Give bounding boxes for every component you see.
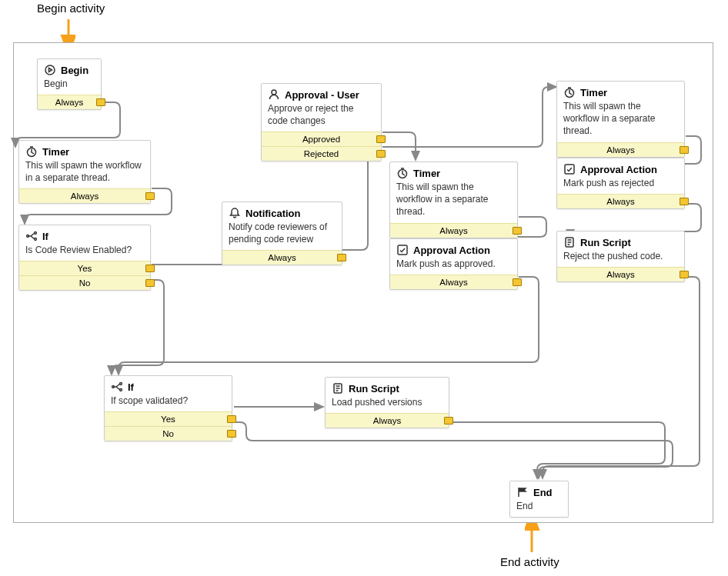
port-icon (145, 279, 155, 287)
node-begin[interactable]: Begin Begin Always (37, 58, 102, 110)
node-title: Approval Action (413, 245, 490, 256)
node-desc: This will spawn the workflow in a separa… (390, 179, 517, 223)
port-icon (680, 146, 689, 154)
node-approval-user[interactable]: Approval - User Approve or reject the co… (261, 83, 382, 161)
node-desc: Load pushed versions (326, 395, 449, 413)
port-icon (337, 254, 346, 261)
node-if-1[interactable]: If Is Code Review Enabled? Yes No (18, 225, 151, 291)
svg-point-20 (120, 383, 122, 385)
check-icon (563, 163, 576, 175)
node-title: Notification (245, 208, 301, 219)
svg-point-21 (120, 389, 122, 391)
node-desc: Mark push as rejected (557, 175, 684, 194)
slot-always[interactable]: Always (390, 275, 517, 289)
node-timer-3[interactable]: Timer This will spawn the workflow in a … (556, 81, 685, 158)
check-icon (396, 244, 409, 256)
slot-always[interactable]: Always (557, 194, 684, 208)
node-desc: End (510, 498, 568, 517)
port-icon (376, 135, 386, 143)
slot-always[interactable]: Always (38, 95, 101, 109)
flag-icon (516, 486, 529, 498)
play-icon (44, 64, 56, 76)
node-notification[interactable]: Notification Notify code reviewers of pe… (222, 201, 342, 265)
clock-icon (25, 145, 38, 158)
slot-approved[interactable]: Approved (262, 132, 381, 146)
port-icon (96, 98, 105, 106)
node-desc: This will spawn the workflow in a separa… (557, 98, 684, 142)
node-timer-2[interactable]: Timer This will spawn the workflow in a … (389, 161, 518, 238)
svg-point-9 (45, 65, 55, 75)
port-icon (376, 150, 386, 158)
port-icon (680, 198, 689, 205)
node-title: Run Script (580, 237, 631, 248)
node-title: If (42, 231, 48, 242)
node-title: End (533, 487, 553, 498)
svg-point-11 (35, 232, 37, 235)
node-run-script-2[interactable]: Run Script Load pushed versions Always (325, 377, 449, 428)
svg-point-14 (272, 90, 276, 95)
port-icon (145, 192, 155, 200)
node-title: Timer (580, 87, 607, 98)
slot-rejected[interactable]: Rejected (262, 146, 381, 161)
svg-rect-18 (565, 165, 574, 174)
node-if-2[interactable]: If If scope validated? Yes No (104, 375, 232, 441)
script-icon (332, 382, 344, 395)
node-approval-action-1[interactable]: Approval Action Mark push as approved. A… (389, 238, 518, 290)
bell-icon (229, 207, 241, 219)
clock-icon (396, 167, 409, 179)
node-desc: If scope validated? (105, 393, 232, 411)
diagram-stage: Begin activity Workflow activities Nodes… (0, 0, 728, 576)
node-timer-1[interactable]: Timer This will spawn the workflow in a … (18, 140, 151, 204)
node-title: Approval Action (580, 164, 657, 175)
node-title: Begin (61, 65, 88, 76)
slot-always[interactable]: Always (557, 267, 684, 281)
node-title: If (128, 381, 134, 393)
slot-always[interactable]: Always (390, 223, 517, 238)
slot-always[interactable]: Always (326, 413, 449, 428)
user-icon (268, 88, 280, 101)
node-desc: Mark push as approved. (390, 256, 517, 275)
node-desc: This will spawn the workflow in a separa… (19, 158, 150, 188)
slot-no[interactable]: No (105, 426, 232, 441)
port-icon (227, 415, 236, 423)
node-approval-action-2[interactable]: Approval Action Mark push as rejected Al… (556, 158, 685, 209)
port-icon (513, 227, 522, 235)
node-title: Timer (42, 146, 69, 158)
branch-icon (111, 381, 123, 393)
node-desc: Notify code reviewers of pending code re… (222, 219, 342, 250)
clock-icon (563, 86, 576, 98)
port-icon (444, 417, 453, 425)
slot-always[interactable]: Always (222, 250, 342, 265)
node-end[interactable]: End End (509, 481, 569, 518)
port-icon (145, 265, 155, 272)
port-icon (513, 278, 522, 286)
slot-yes[interactable]: Yes (19, 261, 150, 275)
node-desc: Reject the pushed code. (557, 248, 684, 267)
node-run-script-1[interactable]: Run Script Reject the pushed code. Alway… (556, 231, 685, 282)
svg-rect-16 (398, 245, 407, 255)
script-icon (563, 236, 576, 248)
node-title: Timer (413, 168, 440, 179)
port-icon (227, 430, 236, 438)
port-icon (680, 271, 689, 278)
slot-no[interactable]: No (19, 275, 150, 290)
node-desc: Is Code Review Enabled? (19, 242, 150, 261)
node-desc: Begin (38, 76, 101, 95)
node-title: Approval - User (285, 89, 359, 101)
node-desc: Approve or reject the code changes (262, 101, 381, 132)
slot-always[interactable]: Always (557, 142, 684, 157)
branch-icon (25, 230, 38, 242)
svg-point-12 (35, 238, 37, 241)
slot-yes[interactable]: Yes (105, 411, 232, 426)
slot-always[interactable]: Always (19, 188, 150, 203)
node-title: Run Script (349, 383, 399, 395)
